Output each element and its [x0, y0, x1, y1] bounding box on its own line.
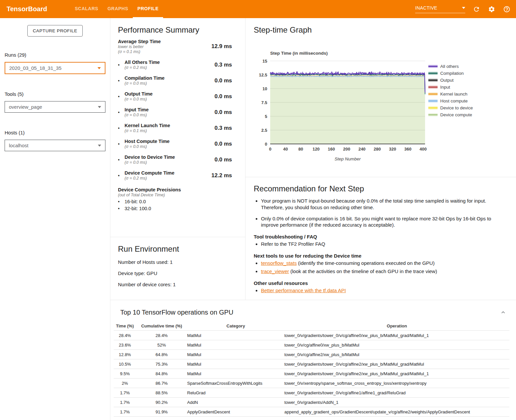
metric-name: All Others Time: [125, 60, 160, 65]
table-row: 23.6%52%MatMultower_0/v/cg/affine0/xw_pl…: [114, 340, 509, 350]
runs-select[interactable]: 2020_03_05_18_31_35: [5, 62, 105, 74]
list-item: Better performance with the tf.data API: [261, 287, 502, 294]
table-cell: tower_0/v/gradients/tower_0/v/cg/affine1…: [284, 388, 509, 398]
environment-line: Number of device cores: 1: [118, 282, 238, 287]
status-dropdown[interactable]: INACTIVE: [415, 5, 465, 13]
metric-label: Device to Device Time(σ = 0.0 ms): [125, 154, 175, 165]
legend-swatch: [428, 65, 438, 68]
svg-text:12.5: 12.5: [259, 72, 267, 77]
chevron-down-icon: [462, 7, 465, 9]
recommendation-bullet: Only 0.0% of device computation is 16 bi…: [261, 215, 502, 229]
metrics-list: •All Others Time(σ = 0.2 ms)0.3 ms•Compi…: [118, 60, 232, 181]
chevron-up-icon: [500, 310, 506, 316]
table-cell: tower_0/v/cg/affine2/xw_plus_b/MatMul: [284, 350, 509, 359]
metric-sigma: (σ = 0.0 ms): [125, 113, 149, 117]
table-cell: 28.4%: [114, 331, 136, 340]
legend-swatch: [428, 106, 438, 109]
precisions-list: •16-bit: 0.0•32-bit: 100.0: [118, 199, 232, 211]
table-cell: 64.8%: [136, 350, 187, 359]
capture-profile-button[interactable]: CAPTURE PROFILE: [27, 25, 82, 37]
table-cell: tower_0/v/xentropy/sparse_softmax_cross_…: [284, 378, 509, 388]
table-cell: 2%: [114, 378, 136, 388]
environment-line: Number of Hosts used: 1: [118, 259, 238, 265]
table-cell: 88.5%: [136, 388, 187, 398]
list-item: tensorflow_stats (identify the time-cons…: [261, 260, 502, 266]
tab-graphs[interactable]: GRAPHS: [103, 0, 133, 18]
step-time-chart: Step Time (in milliseconds)02.557.51012.…: [252, 49, 437, 163]
table-cell: 23.6%: [114, 340, 136, 350]
list-text: Refer to the TF2 Profiler FAQ: [261, 241, 325, 247]
legend-label: All others: [440, 64, 459, 69]
hosts-select[interactable]: localhost: [5, 140, 105, 151]
status-dropdown-value: INACTIVE: [415, 5, 437, 11]
metric-name: Kernel Launch Time: [125, 123, 170, 128]
metric-name: Input Time: [125, 107, 149, 112]
metric-label: Host Compute Time(σ = 0.0 ms): [125, 139, 170, 149]
faq-list: Refer to the TF2 Profiler FAQ: [254, 241, 502, 247]
chart-legend: All othersCompilationOutputInputKernel l…: [428, 63, 473, 118]
metric-name: Device to Device Time: [125, 154, 175, 160]
table-cell: 9.5%: [114, 369, 136, 378]
tool-link[interactable]: trace_viewer: [261, 268, 289, 274]
header-controls: INACTIVE: [415, 0, 511, 18]
nav-tabs: SCALARSGRAPHSPROFILE: [70, 0, 163, 18]
legend-line: [428, 107, 438, 108]
bullet-icon: •: [118, 141, 125, 147]
tools-select[interactable]: overview_page: [5, 101, 105, 113]
table-header-row: Time (%)Cumulative time (%)CategoryOpera…: [114, 322, 509, 331]
resource-link[interactable]: Better performance with the tf.data API: [261, 288, 346, 293]
legend-item-all-others: All others: [428, 63, 473, 70]
precision-item: •16-bit: 0.0: [118, 199, 232, 204]
legend-swatch: [428, 79, 438, 82]
legend-line: [428, 114, 438, 115]
svg-text:0: 0: [265, 142, 267, 147]
legend-label: Host compute: [440, 98, 468, 103]
legend-item-device-compute: Device compute: [428, 111, 473, 118]
bullet-icon: •: [118, 157, 125, 162]
bullet-icon: •: [118, 173, 125, 178]
collapse-button[interactable]: [500, 310, 506, 316]
metric-label: Compilation Time(σ = 0.0 ms): [125, 75, 164, 86]
metric-row: •All Others Time(σ = 0.2 ms)0.3 ms: [118, 60, 232, 70]
legend-label: Input: [440, 85, 450, 90]
metric-row: •Input Time(σ = 0.0 ms)0.0 ms: [118, 107, 232, 117]
help-button[interactable]: [503, 5, 511, 13]
metric-row: •Device to Device Time(σ = 0.0 ms)0.0 ms: [118, 154, 232, 165]
column-header: Operation: [284, 322, 509, 331]
runs-label: Runs (29): [5, 52, 110, 58]
metric-sigma: (σ = 0.0 ms): [125, 160, 175, 165]
table-cell: MatMul: [187, 331, 284, 340]
table-row: 9.5%84.8%MatMultower_0/v/gradients/tower…: [114, 369, 509, 378]
settings-button[interactable]: [488, 5, 496, 13]
table-cell: 12.8%: [114, 350, 136, 359]
tab-profile[interactable]: PROFILE: [133, 0, 163, 18]
svg-text:2.5: 2.5: [261, 128, 267, 133]
refresh-button[interactable]: [473, 5, 480, 13]
legend-line: [428, 66, 438, 67]
table-cell: MatMul: [187, 369, 284, 378]
legend-line: [428, 73, 438, 74]
metric-sigma: (σ = 0.1 ms): [125, 128, 170, 133]
svg-text:40: 40: [283, 147, 288, 152]
metric-value: 0.0 ms: [215, 109, 232, 116]
table-cell: AddN: [187, 398, 284, 407]
legend-label: Device to device: [440, 105, 473, 110]
legend-swatch: [428, 86, 438, 89]
sidebar: CAPTURE PROFILE Runs (29) 2020_03_05_18_…: [0, 18, 110, 420]
svg-text:120: 120: [312, 147, 320, 152]
recommendation-bullets: Your program is NOT input-bound because …: [254, 198, 502, 228]
metric-name: Compilation Time: [125, 75, 164, 81]
bullet-icon: •: [118, 110, 125, 115]
tool-link[interactable]: tensorflow_stats: [261, 260, 297, 266]
metric-name: Host Compute Time: [125, 139, 170, 144]
legend-swatch: [428, 93, 438, 96]
hosts-label: Hosts (1): [5, 130, 110, 135]
metric-value: 0.0 ms: [215, 77, 232, 84]
hosts-select-value: localhost: [9, 143, 28, 148]
metric-value: 0.3 ms: [215, 62, 232, 68]
faq-heading: Tool troubleshooting / FAQ: [254, 234, 502, 239]
performance-summary-section: Performance Summary Average Step Time lo…: [110, 18, 245, 237]
tab-scalars[interactable]: SCALARS: [70, 0, 103, 18]
bullet-icon: •: [118, 126, 125, 131]
table-cell: 1.7%: [114, 398, 136, 407]
